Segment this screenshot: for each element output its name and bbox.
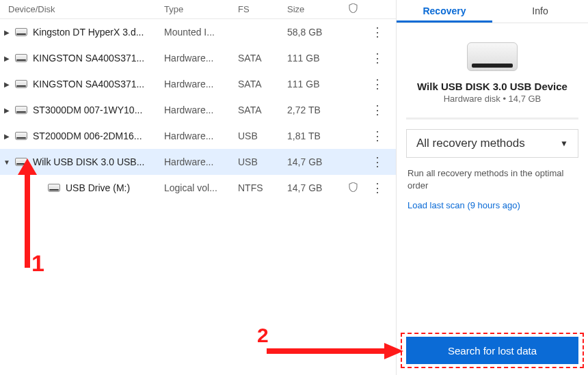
cell-shield xyxy=(340,182,365,194)
disk-icon xyxy=(48,184,60,192)
table-row[interactable]: ▶ST3000DM 007-1WY10...Hardware...SATA2,7… xyxy=(0,97,396,123)
cell-fs: USB xyxy=(238,156,287,167)
row-more-icon[interactable]: ⋮ xyxy=(365,26,390,38)
table-row[interactable]: ▶Kingston DT HyperX 3.d...Mounted I...58… xyxy=(0,19,396,45)
cell-fs: SATA xyxy=(238,53,287,64)
row-more-icon[interactable]: ⋮ xyxy=(365,130,390,142)
annotation-number-1: 1 xyxy=(31,250,44,277)
row-more-icon[interactable]: ⋮ xyxy=(365,52,390,64)
table-row[interactable]: ▶KINGSTON SA400S371...Hardware...SATA111… xyxy=(0,71,396,97)
cell-type: Logical vol... xyxy=(164,182,238,193)
expander-icon[interactable]: ▶ xyxy=(1,55,12,62)
row-more-icon[interactable]: ⋮ xyxy=(365,156,390,168)
device-name: ST2000DM 006-2DM16... xyxy=(33,130,164,141)
cell-fs: USB xyxy=(238,130,287,141)
expander-icon[interactable]: ▶ xyxy=(1,107,12,114)
row-more-icon[interactable]: ⋮ xyxy=(365,78,390,90)
recovery-method-label: All recovery methods xyxy=(416,137,525,150)
disk-icon xyxy=(15,28,27,36)
cell-type: Hardware... xyxy=(164,53,238,64)
device-name: KINGSTON SA400S371... xyxy=(33,79,164,89)
cell-type: Mounted I... xyxy=(164,27,238,38)
cell-size: 2,72 TB xyxy=(287,105,340,115)
cell-type: Hardware... xyxy=(164,156,238,167)
table-row[interactable]: ▶KINGSTON SA400S371...Hardware...SATA111… xyxy=(0,45,396,71)
header-fs[interactable]: FS xyxy=(238,4,287,14)
tabs: Recovery Info xyxy=(397,0,588,23)
search-lost-data-button[interactable]: Search for lost data xyxy=(406,337,578,364)
cell-size: 14,7 GB xyxy=(287,182,340,193)
device-preview: Wilk USB DISK 3.0 USB Device Hardware di… xyxy=(397,23,588,109)
load-last-scan-link[interactable]: Load last scan (9 hours ago) xyxy=(397,192,588,219)
method-description: Run all recovery methods in the optimal … xyxy=(397,167,588,192)
table-row[interactable]: ▶ST2000DM 006-2DM16...Hardware...USB1,81… xyxy=(0,123,396,149)
cell-type: Hardware... xyxy=(164,79,238,89)
row-more-icon[interactable]: ⋮ xyxy=(365,182,390,194)
cell-size: 1,81 TB xyxy=(287,130,340,141)
tab-info[interactable]: Info xyxy=(492,0,588,23)
recovery-method-dropdown[interactable]: All recovery methods ▼ xyxy=(406,129,578,158)
device-name: KINGSTON SA400S371... xyxy=(33,53,164,64)
device-name: USB Drive (M:) xyxy=(66,182,164,193)
expander-icon[interactable]: ▼ xyxy=(1,158,12,166)
cell-type: Hardware... xyxy=(164,130,238,141)
cell-fs: SATA xyxy=(238,79,287,89)
table-header: Device/Disk Type FS Size xyxy=(0,0,396,19)
disk-icon xyxy=(15,132,27,140)
disk-icon xyxy=(15,80,27,88)
disk-icon xyxy=(15,54,27,62)
header-size[interactable]: Size xyxy=(287,4,340,14)
device-subtitle: Hardware disk • 14,7 GB xyxy=(406,94,578,104)
cell-type: Hardware... xyxy=(164,105,238,115)
cell-size: 111 GB xyxy=(287,79,340,89)
header-shield-icon xyxy=(340,3,365,15)
device-name: ST3000DM 007-1WY10... xyxy=(33,105,164,115)
device-image-icon xyxy=(467,42,518,71)
expander-icon[interactable]: ▶ xyxy=(1,81,12,88)
scan-progress xyxy=(406,117,578,120)
cell-size: 14,7 GB xyxy=(287,156,340,167)
tab-recovery[interactable]: Recovery xyxy=(397,0,492,23)
cell-fs: SATA xyxy=(238,105,287,115)
cell-size: 58,8 GB xyxy=(287,27,340,38)
header-type[interactable]: Type xyxy=(164,4,238,14)
cell-fs: NTFS xyxy=(238,182,287,193)
annotation-number-2: 2 xyxy=(257,324,269,347)
chevron-down-icon: ▼ xyxy=(560,139,568,148)
disk-icon xyxy=(15,106,27,114)
disk-icon xyxy=(15,158,27,166)
device-name: Kingston DT HyperX 3.d... xyxy=(33,27,164,38)
details-pane: Recovery Info Wilk USB DISK 3.0 USB Devi… xyxy=(397,0,588,375)
table-row[interactable]: ▼Wilk USB DISK 3.0 USB...Hardware...USB1… xyxy=(0,149,396,175)
disk-table: Device/Disk Type FS Size ▶Kingston DT Hy… xyxy=(0,0,397,375)
device-title: Wilk USB DISK 3.0 USB Device xyxy=(406,81,578,92)
device-name: Wilk USB DISK 3.0 USB... xyxy=(33,156,164,167)
row-more-icon[interactable]: ⋮ xyxy=(365,104,390,116)
header-device[interactable]: Device/Disk xyxy=(0,4,164,14)
cell-size: 111 GB xyxy=(287,53,340,64)
table-row[interactable]: USB Drive (M:)Logical vol...NTFS14,7 GB⋮ xyxy=(0,175,396,201)
expander-icon[interactable]: ▶ xyxy=(1,133,12,140)
expander-icon[interactable]: ▶ xyxy=(1,29,12,36)
